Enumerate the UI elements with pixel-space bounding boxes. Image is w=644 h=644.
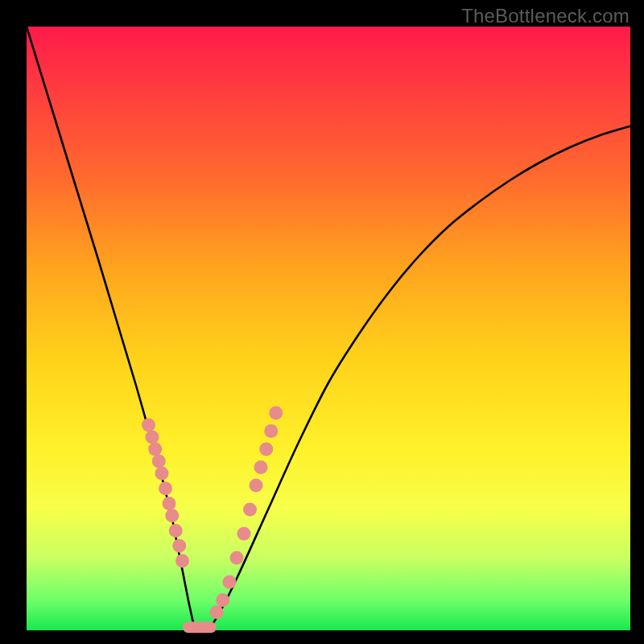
data-dot xyxy=(216,593,229,607)
bottleneck-curve xyxy=(27,27,630,632)
data-dot xyxy=(152,455,166,469)
data-dot xyxy=(163,497,176,510)
data-dot xyxy=(230,551,244,565)
data-dot xyxy=(269,407,283,420)
data-dot xyxy=(237,527,251,541)
data-dot xyxy=(148,443,162,456)
data-dot xyxy=(172,539,186,553)
data-dot xyxy=(165,509,179,522)
chart-stage: TheBottleneck.com xyxy=(0,0,644,644)
data-dot xyxy=(169,524,183,538)
data-dot xyxy=(155,467,169,481)
data-dot xyxy=(250,479,263,493)
data-dot xyxy=(223,576,237,589)
data-dot xyxy=(175,554,189,568)
data-dot xyxy=(146,431,159,444)
data-dot xyxy=(159,481,172,495)
data-dot xyxy=(210,605,224,619)
data-dot xyxy=(243,503,257,517)
watermark-text: TheBottleneck.com xyxy=(461,5,630,27)
curve-svg xyxy=(27,27,630,630)
data-dot xyxy=(142,419,155,432)
data-dot xyxy=(264,424,278,438)
data-dot xyxy=(254,460,268,474)
dots-left-cluster xyxy=(142,419,189,568)
data-dot xyxy=(259,443,273,456)
plot-area xyxy=(27,27,630,630)
dots-right-cluster xyxy=(210,407,283,620)
